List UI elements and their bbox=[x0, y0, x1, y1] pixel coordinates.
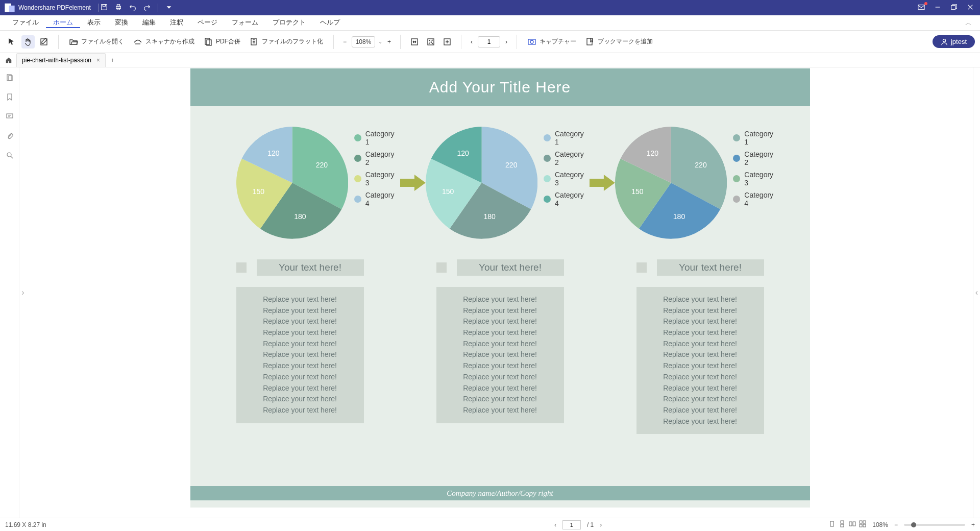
legend-item: Category 3 bbox=[544, 171, 590, 187]
legend-swatch bbox=[354, 155, 361, 162]
undo-icon[interactable] bbox=[129, 4, 136, 12]
print-icon[interactable] bbox=[115, 4, 122, 12]
svg-rect-8 bbox=[951, 5, 955, 9]
thumbnails-icon[interactable] bbox=[6, 74, 14, 84]
menu-ファイル[interactable]: ファイル bbox=[5, 18, 46, 27]
legend-label: Category 4 bbox=[365, 191, 400, 207]
legend-item: Category 2 bbox=[354, 150, 400, 166]
mail-icon[interactable] bbox=[918, 4, 925, 12]
svg-rect-32 bbox=[863, 524, 866, 527]
prev-page-icon[interactable]: ‹ bbox=[469, 36, 475, 47]
svg-rect-31 bbox=[860, 524, 862, 527]
next-page-icon[interactable]: › bbox=[503, 36, 509, 47]
svg-point-23 bbox=[7, 153, 11, 157]
svg-rect-18 bbox=[587, 38, 592, 45]
menu-編集[interactable]: 編集 bbox=[135, 18, 163, 27]
comment-icon[interactable] bbox=[6, 112, 14, 123]
zoom-value[interactable]: 108% bbox=[352, 36, 375, 47]
search-icon[interactable] bbox=[6, 151, 14, 161]
bookmark-icon[interactable] bbox=[6, 93, 14, 103]
status-zoom-in-icon[interactable]: + bbox=[971, 521, 975, 528]
add-bookmark-button[interactable]: ブックマークを追加 bbox=[582, 35, 656, 49]
save-icon[interactable] bbox=[101, 4, 108, 12]
fit-page-icon[interactable] bbox=[424, 35, 437, 49]
zoom-slider[interactable] bbox=[904, 524, 965, 526]
zoom-in-icon[interactable]: + bbox=[385, 36, 393, 47]
expand-rail-icon[interactable]: › bbox=[19, 282, 27, 303]
hand-tool-icon[interactable] bbox=[21, 35, 35, 49]
svg-rect-22 bbox=[7, 114, 13, 118]
menu-注釈[interactable]: 注釈 bbox=[163, 18, 190, 27]
attachment-icon[interactable] bbox=[6, 132, 14, 142]
fit-width-icon[interactable] bbox=[408, 35, 421, 49]
title-bar: Wondershare PDFelement bbox=[0, 0, 980, 15]
right-rail-expand-icon[interactable]: ‹ bbox=[973, 67, 980, 518]
pdf-merge-button[interactable]: PDF合併 bbox=[201, 35, 243, 49]
document-tab[interactable]: pie-chart-with-list-passion × bbox=[16, 53, 106, 67]
close-icon[interactable] bbox=[967, 4, 974, 12]
from-scanner-label: スキャナから作成 bbox=[145, 37, 194, 46]
view-single-icon[interactable] bbox=[828, 520, 836, 529]
legend-item: Category 3 bbox=[733, 171, 779, 187]
home-tab-icon[interactable] bbox=[3, 57, 14, 64]
menu-フォーム[interactable]: フォーム bbox=[225, 18, 265, 27]
maximize-icon[interactable] bbox=[950, 4, 958, 12]
legend-swatch bbox=[733, 155, 740, 162]
edit-tool-icon[interactable] bbox=[38, 35, 51, 49]
svg-rect-21 bbox=[9, 76, 12, 81]
legend-label: Category 3 bbox=[365, 171, 400, 187]
menu-表示[interactable]: 表示 bbox=[80, 18, 108, 27]
view-continuous-icon[interactable] bbox=[839, 520, 846, 529]
select-tool-icon[interactable] bbox=[5, 35, 18, 49]
document-canvas[interactable]: Add Your Title Here 220180150120Category… bbox=[27, 67, 973, 518]
close-tab-icon[interactable]: × bbox=[96, 57, 100, 64]
status-zoom-out-icon[interactable]: − bbox=[894, 521, 898, 528]
add-tab-icon[interactable]: + bbox=[108, 57, 117, 64]
redo-icon[interactable] bbox=[143, 4, 151, 12]
menu-bar: ファイルホーム表示変換編集注釈ページフォームプロテクトヘルプ ︿ bbox=[0, 15, 980, 31]
toolbar: ファイルを開く スキャナから作成 PDF合併 ファイルのフラット化 − 108%… bbox=[0, 31, 980, 53]
legend-label: Category 3 bbox=[744, 171, 779, 187]
svg-rect-2 bbox=[102, 4, 107, 10]
legend-label: Category 2 bbox=[365, 150, 400, 166]
arrow-icon bbox=[590, 174, 615, 192]
actual-size-icon[interactable] bbox=[440, 35, 454, 49]
svg-point-19 bbox=[943, 39, 945, 41]
legend-item: Category 1 bbox=[354, 130, 400, 146]
menu-ヘルプ[interactable]: ヘルプ bbox=[313, 18, 347, 27]
legend-item: Category 4 bbox=[544, 191, 590, 207]
menu-ページ[interactable]: ページ bbox=[190, 18, 225, 27]
menu-変換[interactable]: 変換 bbox=[108, 18, 135, 27]
text-block-2: Your text here!Replace your text here!Re… bbox=[436, 259, 564, 434]
svg-rect-3 bbox=[103, 4, 105, 6]
zoom-out-icon[interactable]: − bbox=[341, 36, 349, 47]
menu-ホーム[interactable]: ホーム bbox=[46, 18, 80, 28]
view-two-icon[interactable] bbox=[849, 520, 856, 529]
legend-label: Category 4 bbox=[744, 191, 779, 207]
pie-chart-1: 220180150120Category 1Category 2Category… bbox=[236, 127, 400, 239]
separator bbox=[158, 4, 158, 12]
legend-swatch bbox=[733, 196, 740, 203]
menu-プロテクト[interactable]: プロテクト bbox=[265, 18, 313, 27]
view-grid-icon[interactable] bbox=[859, 520, 866, 529]
text-body: Replace your text here!Replace your text… bbox=[236, 287, 364, 423]
dropdown-icon[interactable] bbox=[165, 4, 173, 12]
status-page-input[interactable] bbox=[562, 520, 581, 529]
capture-button[interactable]: キャプチャー bbox=[524, 35, 579, 49]
status-prev-page-icon[interactable]: ‹ bbox=[554, 521, 556, 528]
flatten-button[interactable]: ファイルのフラット化 bbox=[247, 35, 326, 49]
from-scanner-button[interactable]: スキャナから作成 bbox=[130, 35, 198, 49]
zoom-dropdown-icon[interactable]: ⌄ bbox=[378, 39, 382, 44]
open-file-button[interactable]: ファイルを開く bbox=[66, 35, 127, 49]
legend-item: Category 1 bbox=[733, 130, 779, 146]
legend-label: Category 4 bbox=[555, 191, 590, 207]
user-account-button[interactable]: jptest bbox=[933, 35, 975, 48]
collapse-ribbon-icon[interactable]: ︿ bbox=[962, 18, 975, 28]
minimize-icon[interactable] bbox=[934, 4, 941, 12]
add-bookmark-label: ブックマークを追加 bbox=[598, 37, 653, 46]
side-rail bbox=[0, 67, 19, 518]
status-next-page-icon[interactable]: › bbox=[600, 521, 602, 528]
pie-chart-2: 220180150120Category 1Category 2Category… bbox=[426, 127, 590, 239]
page-input[interactable] bbox=[478, 36, 500, 47]
legend-item: Category 3 bbox=[354, 171, 400, 187]
